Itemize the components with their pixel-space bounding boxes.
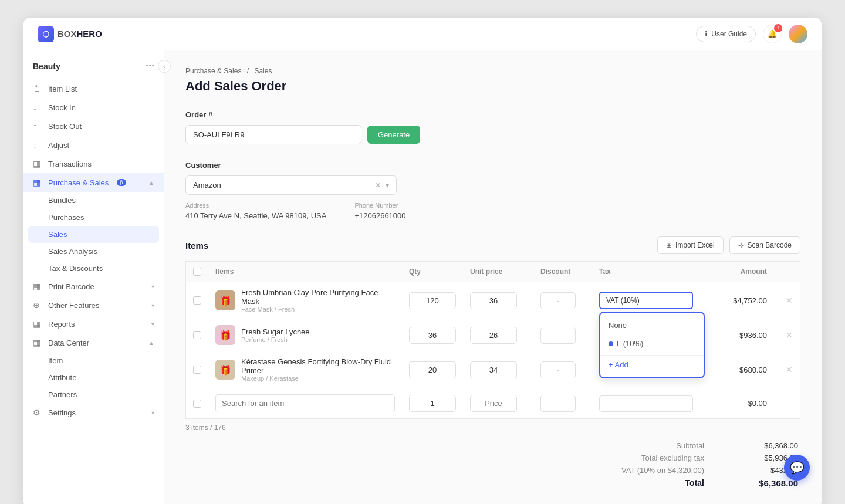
adjust-icon: ↕ [33, 140, 42, 150]
data-center-chevron: ▲ [148, 340, 154, 346]
row-checkbox-1[interactable] [193, 296, 201, 305]
price-input-2[interactable] [470, 327, 517, 344]
phone-value: +12062661000 [354, 211, 405, 220]
discount-input-3[interactable] [540, 361, 576, 378]
question-icon: ℹ [705, 30, 708, 38]
tax-option-none[interactable]: None [600, 316, 704, 334]
sidebar-item-stock-in[interactable]: ↓ Stock In [23, 98, 164, 117]
import-excel-button[interactable]: ⊞ Import Excel [657, 236, 724, 254]
qty-input-2[interactable] [409, 327, 456, 344]
tax-dot-icon [609, 341, 613, 346]
reports-label: Reports [48, 320, 75, 329]
item-cell-1: 🎁 Fresh Umbrian Clay Pore Purifying Face… [215, 288, 395, 313]
tax-input-1[interactable] [599, 292, 693, 309]
sidebar-subitem-item[interactable]: Item [23, 352, 164, 369]
address-value: 410 Terry Ave N, Seattle, WA 98109, USA [185, 211, 326, 220]
purchase-sales-label: Purchase & Sales [48, 178, 109, 187]
row-checkbox-3[interactable] [193, 366, 201, 374]
sidebar-subitem-sales-analysis[interactable]: Sales Analysis [23, 243, 164, 260]
sidebar-item-item-list[interactable]: 🗒 Item List [23, 79, 164, 98]
search-item-row: $0.00 [186, 388, 800, 419]
breadcrumb-parent: Purchase & Sales [185, 67, 241, 75]
sidebar-item-stock-out[interactable]: ↑ Stock Out [23, 117, 164, 136]
items-section: Items ⊞ Import Excel ⊹ Scan Barcode [185, 236, 800, 492]
sales-analysis-label: Sales Analysis [48, 247, 97, 256]
delete-row-button-3[interactable]: ✕ [786, 365, 793, 374]
breadcrumb-current: Sales [254, 67, 272, 75]
tax-add-button[interactable]: + Add [600, 355, 704, 374]
new-row-price[interactable] [470, 395, 517, 412]
avatar[interactable] [789, 25, 807, 43]
other-features-chevron: ▾ [151, 302, 154, 309]
col-discount: Discount [533, 262, 592, 282]
items-table: Items Qty Unit price Discount Tax Amount… [185, 261, 800, 419]
generate-button[interactable]: Generate [367, 126, 420, 144]
sidebar-item-transactions[interactable]: ▦ Transactions [23, 154, 164, 173]
workspace-menu[interactable]: ··· [146, 60, 154, 72]
new-row-amount: $0.00 [704, 388, 774, 419]
search-item-input[interactable] [215, 394, 395, 412]
price-input-3[interactable] [470, 361, 517, 378]
chat-button[interactable]: 💬 [784, 455, 810, 481]
purchases-label: Purchases [48, 213, 84, 222]
tax-option-gamma[interactable]: Γ (10%) [600, 334, 704, 353]
select-all-checkbox[interactable] [193, 268, 201, 276]
new-row-qty[interactable] [409, 395, 456, 412]
sidebar-subitem-bundles[interactable]: Bundles [23, 192, 164, 209]
customer-clear-icon[interactable]: ✕ [375, 181, 381, 190]
sidebar-item-other-features[interactable]: ⊕ Other Features ▾ [23, 296, 164, 314]
col-tax: Tax [592, 262, 704, 282]
tax-discounts-label: Tax & Discounts [48, 264, 103, 273]
search-row-checkbox [193, 400, 201, 408]
sidebar-item-adjust[interactable]: ↕ Adjust [23, 136, 164, 154]
purchase-sales-chevron: ▲ [148, 180, 154, 186]
delete-row-button-1[interactable]: ✕ [786, 296, 793, 305]
purchase-sales-icon: ▦ [33, 178, 42, 187]
col-qty: Qty [402, 262, 463, 282]
logo-text: BOXHERO [58, 29, 102, 39]
item-name-1: Fresh Umbrian Clay Pore Purifying Face M… [241, 288, 395, 306]
workspace-name: Beauty [33, 62, 60, 71]
customer-select[interactable]: Amazon ✕ ▾ [185, 175, 397, 195]
sidebar-subitem-partners[interactable]: Partners [23, 386, 164, 403]
discount-input-1[interactable] [540, 292, 576, 309]
row-checkbox-2[interactable] [193, 331, 201, 339]
user-guide-button[interactable]: ℹ User Guide [696, 26, 756, 42]
header: ⬡ BOXHERO ℹ User Guide 🔔 1 [23, 18, 822, 50]
data-center-label: Data Center [48, 339, 89, 347]
item-category-1: Face Mask / Fresh [241, 306, 395, 313]
col-items: Items [208, 262, 402, 282]
discount-input-2[interactable] [540, 327, 576, 344]
items-header: Items ⊞ Import Excel ⊹ Scan Barcode [185, 236, 800, 254]
qty-input-3[interactable] [409, 361, 456, 378]
total-excl-label: Total excluding tax [641, 454, 704, 462]
other-features-icon: ⊕ [33, 300, 42, 310]
notification-button[interactable]: 🔔 1 [763, 25, 782, 43]
sidebar-item-print-barcode[interactable]: ▦ Print Barcode ▾ [23, 277, 164, 296]
order-label: Order # [185, 110, 800, 119]
price-input-1[interactable] [470, 292, 517, 309]
sidebar-subitem-attribute[interactable]: Attribute [23, 369, 164, 386]
sales-label: Sales [48, 230, 67, 239]
order-number-input[interactable] [185, 125, 361, 144]
sidebar-subitem-purchases[interactable]: Purchases [23, 209, 164, 226]
new-row-tax[interactable] [599, 395, 693, 412]
sidebar-collapse-button[interactable]: ‹ [158, 60, 171, 73]
sidebar-item-reports[interactable]: ▦ Reports ▾ [23, 314, 164, 333]
items-title: Items [185, 241, 208, 251]
sidebar-item-data-center[interactable]: ▦ Data Center ▲ [23, 333, 164, 352]
scan-icon: ⊹ [738, 241, 744, 249]
subtotal-value: $6,368.00 [751, 441, 798, 450]
new-row-discount[interactable] [540, 395, 576, 412]
sidebar-subitem-tax-discounts[interactable]: Tax & Discounts [23, 260, 164, 277]
delete-row-button-2[interactable]: ✕ [786, 330, 793, 340]
item-label: Item [48, 356, 63, 365]
partners-label: Partners [48, 390, 77, 399]
sidebar-item-settings[interactable]: ⚙ Settings ▾ [23, 403, 164, 422]
items-count: 3 items / 176 [185, 424, 800, 432]
items-actions: ⊞ Import Excel ⊹ Scan Barcode [657, 236, 800, 254]
sidebar-subitem-sales[interactable]: Sales [28, 226, 159, 243]
sidebar-item-purchase-sales[interactable]: ▦ Purchase & Sales β ▲ [23, 173, 164, 192]
qty-input-1[interactable] [409, 292, 456, 309]
scan-barcode-button[interactable]: ⊹ Scan Barcode [729, 236, 800, 254]
